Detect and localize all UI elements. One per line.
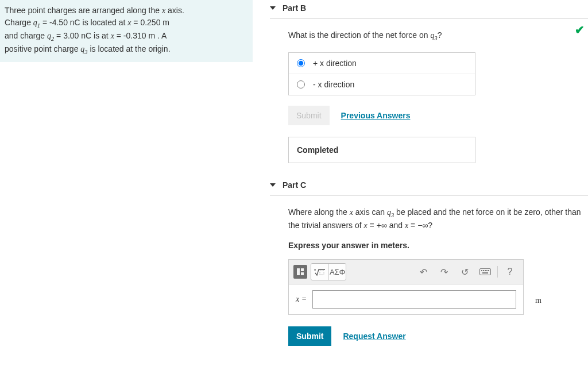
problem-description: Three point charges are arranged along t… [0,0,253,62]
var-q2: q2 [47,32,54,40]
choice-label: + x direction [313,59,357,68]
var-q1: q1 [33,18,40,27]
help-icon[interactable]: ? [501,264,519,280]
desc-text: axis. [165,6,184,15]
part-b-question: What is the direction of the net force o… [288,29,588,43]
part-c-body: Where along the x axis can q3 be placed … [270,196,588,372]
completed-label: Completed [297,145,338,155]
choice-label: - x direction [313,80,354,89]
variable-label: x = [296,295,307,304]
reset-icon[interactable]: ↺ [456,264,473,280]
radio-minus-x[interactable] [297,80,305,88]
desc-text: = -4.50 nC is located at [40,18,127,27]
part-b-title: Part B [283,3,306,13]
nth-root-icon[interactable]: n [311,264,328,280]
svg-text:n: n [314,268,316,271]
templates-icon[interactable] [293,265,307,279]
svg-rect-0 [297,268,300,275]
answer-entry-row: x = [289,284,523,314]
radio-plus-x[interactable] [297,59,305,67]
svg-rect-8 [485,270,486,271]
svg-rect-5 [480,269,491,275]
svg-rect-11 [482,272,488,274]
choice-plus-x[interactable]: + x direction [289,53,475,74]
completed-box: Completed [288,137,475,163]
answer-input-container: n ΑΣΦ ↶ ↷ ↺ ? x = m [288,259,524,315]
tool-group-math: n ΑΣΦ [311,263,346,280]
desc-text: = 0.250 m [131,18,169,27]
choice-minus-x[interactable]: - x direction [289,74,475,95]
choice-group: + x direction - x direction [288,52,475,95]
desc-text: and charge [5,31,47,40]
unit-label: m [535,296,541,305]
part-c-actions: Submit Request Answer [288,326,588,346]
submit-button-disabled: Submit [288,106,330,125]
svg-rect-10 [488,270,489,271]
part-b-body: What is the direction of the net force o… [270,19,588,177]
desc-text: Charge [5,18,33,27]
svg-rect-7 [483,270,484,271]
equation-toolbar: n ΑΣΦ ↶ ↷ ↺ ? [289,260,523,284]
desc-text: = -0.310 m . A [114,31,167,40]
submit-button[interactable]: Submit [288,326,331,346]
part-b-header: Part B [270,0,588,16]
caret-down-icon[interactable] [270,6,276,10]
toolbar-separator [497,266,498,278]
part-c-instruction: Express your answer in meters. [288,241,588,250]
correct-check-icon: ✔ [575,23,585,37]
part-c-question: Where along the x axis can q3 be placed … [288,206,588,232]
undo-icon[interactable]: ↶ [415,264,432,280]
redo-icon[interactable]: ↷ [435,264,452,280]
part-c-title: Part C [283,180,306,190]
previous-answers-link[interactable]: Previous Answers [341,111,411,120]
part-b-actions: Submit Previous Answers [288,106,588,125]
svg-rect-9 [486,270,488,271]
answer-input[interactable] [312,290,516,309]
main-column: Part B ✔ What is the direction of the ne… [270,0,588,371]
svg-rect-6 [481,270,482,271]
var-q3: q3 [430,31,437,40]
request-answer-link[interactable]: Request Answer [343,332,405,341]
svg-rect-1 [301,268,304,271]
caret-down-icon[interactable] [270,183,276,187]
greek-symbols-button[interactable]: ΑΣΦ [328,264,346,280]
svg-rect-2 [301,272,304,275]
desc-text: = 3.00 nC is at [54,31,110,40]
keyboard-icon[interactable] [477,264,494,280]
var-q3: q3 [80,45,87,53]
desc-text: positive point charge [5,44,80,53]
desc-text: Three point charges are arranged along t… [5,6,162,15]
part-c-header: Part C [270,177,588,193]
desc-text: is located at the origin. [88,44,171,53]
svg-rect-4 [320,271,324,275]
